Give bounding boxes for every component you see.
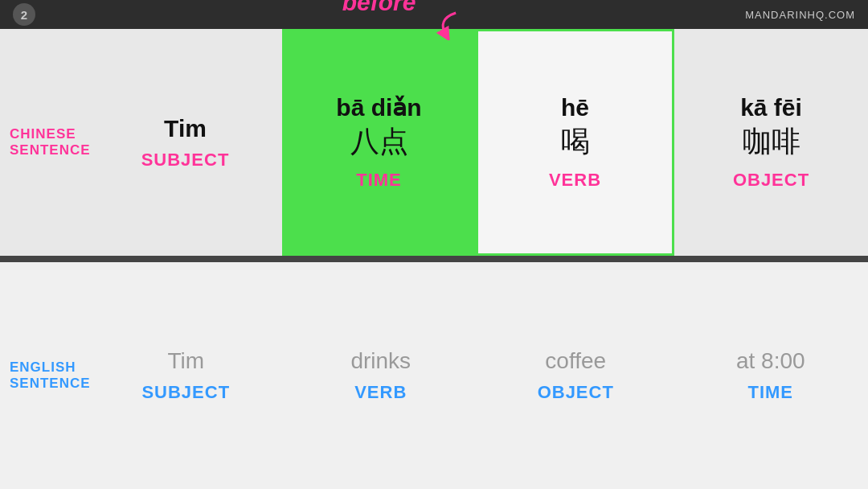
chinese-verb-char: 喝 [561,122,590,162]
chinese-object-role: OBJECT [733,170,809,191]
chinese-object-main: kā fēi [740,94,802,121]
chinese-object-char: 咖啡 [743,122,800,162]
chinese-subject-role: SUBJECT [141,150,230,171]
chinese-verb-main: hē [561,94,589,121]
english-verb-cell: drinks VERB [284,262,479,489]
english-time-role: TIME [747,382,793,403]
english-subject-role: SUBJECT [141,382,230,403]
main-content: CHINESE SENTENCE Tim SUBJECT before [0,29,868,489]
section-divider [0,256,868,262]
chinese-label-line1: CHINESE [10,126,79,142]
english-subject-cell: Tim SUBJECT [88,262,284,489]
chinese-time-cell: before bā diǎn 八点 [282,29,476,256]
english-subject-text: Tim [167,348,204,374]
english-object-role: OBJECT [538,382,614,403]
chinese-cells: Tim SUBJECT before [88,29,868,256]
english-object-text: coffee [545,348,606,374]
chinese-time-char: 八点 [350,122,408,162]
brand-label: MANDARINHQ.COM [745,9,855,21]
chinese-label-line2: SENTENCE [10,142,79,158]
english-label-line2: SENTENCE [10,376,79,392]
english-object-cell: coffee OBJECT [478,262,674,489]
chinese-verb-role: VERB [549,170,601,191]
chinese-time-role: TIME [356,170,402,191]
english-verb-role: VERB [354,382,407,403]
english-time-text: at 8:00 [736,348,805,374]
top-bar: 2 MANDARINHQ.COM [0,0,868,29]
chinese-subject-cell: Tim SUBJECT [88,29,282,256]
chinese-section: CHINESE SENTENCE Tim SUBJECT before [0,29,868,256]
chinese-object-cell: kā fēi 咖啡 OBJECT [674,29,868,256]
chinese-section-label: CHINESE SENTENCE [0,29,88,256]
english-verb-text: drinks [350,348,411,374]
chinese-subject-main: Tim [164,115,207,142]
english-section: ENGLISH SENTENCE Tim SUBJECT drinks VERB… [0,262,868,489]
english-section-label: ENGLISH SENTENCE [0,262,88,489]
english-cells: Tim SUBJECT drinks VERB coffee OBJECT at… [88,262,868,489]
chinese-time-main: bā diǎn [336,94,421,121]
english-label-line1: ENGLISH [10,360,79,376]
step-number: 2 [13,3,35,26]
chinese-verb-cell: hē 喝 VERB [476,29,674,256]
english-time-cell: at 8:00 TIME [674,262,869,489]
